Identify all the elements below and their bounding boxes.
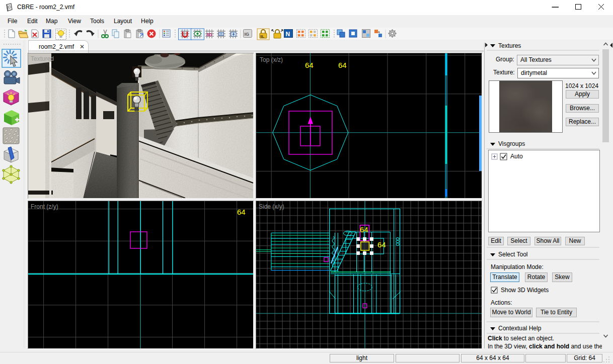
svg-text:Top (x/z): Top (x/z) — [260, 56, 283, 63]
svg-text:3D: 3D — [206, 32, 212, 37]
svg-text:Textured: Textured — [31, 55, 54, 62]
svg-text:Side (x/y): Side (x/y) — [259, 203, 284, 210]
svg-text:64: 64 — [360, 225, 368, 234]
svg-text:N: N — [286, 31, 290, 38]
svg-text:IG: IG — [245, 32, 250, 37]
svg-text:64: 64 — [338, 61, 347, 69]
svg-text:Front (z/y): Front (z/y) — [31, 203, 58, 210]
svg-text:64: 64 — [305, 61, 314, 69]
svg-text:64: 64 — [237, 208, 246, 216]
svg-text:64: 64 — [377, 240, 386, 249]
svg-text:tL: tL — [261, 34, 265, 39]
